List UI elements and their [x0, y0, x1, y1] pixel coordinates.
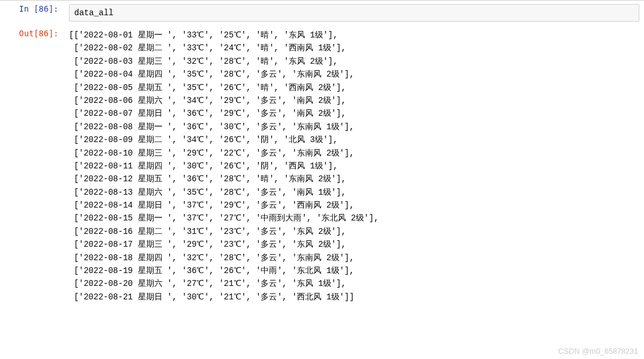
input-prompt: In [86]: [0, 1, 64, 17]
input-content: data_all [64, 1, 644, 25]
code-text: data_all [74, 8, 113, 18]
output-cell: Out[86]: [['2022-08-01 星期一 ', '33℃', '25… [0, 25, 644, 307]
code-input-area[interactable]: data_all [69, 4, 639, 22]
input-cell: In [86]: data_all [0, 0, 644, 25]
output-prompt: Out[86]: [0, 25, 64, 42]
output-text: [['2022-08-01 星期一 ', '33℃', '25℃', '晴', … [69, 29, 639, 303]
output-content: [['2022-08-01 星期一 ', '33℃', '25℃', '晴', … [64, 25, 644, 307]
